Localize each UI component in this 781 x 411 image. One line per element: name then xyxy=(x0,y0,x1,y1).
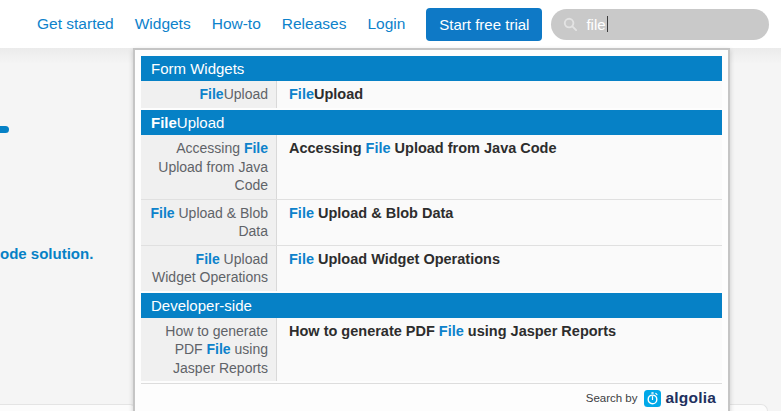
result-category-cell: File Upload & Blob Data xyxy=(141,200,277,245)
nav-link-get-started[interactable]: Get started xyxy=(37,15,114,33)
nav-link-how-to[interactable]: How-to xyxy=(212,15,261,33)
start-free-trial-button[interactable]: Start free trial xyxy=(426,8,542,41)
text-caret xyxy=(607,16,609,32)
search-result-row[interactable]: File Upload Widget OperationsFile Upload… xyxy=(141,245,722,291)
result-text-segment: Upload from Java Code xyxy=(158,159,268,194)
result-text-segment: How to generate PDF xyxy=(289,323,439,339)
result-text-segment: File xyxy=(289,86,314,102)
result-text-segment: Accessing xyxy=(176,140,244,156)
result-text-segment: File xyxy=(439,323,464,339)
algolia-stopwatch-icon xyxy=(644,390,661,407)
search-by-label: Search by xyxy=(586,392,638,404)
result-text-segment: File xyxy=(196,251,220,267)
result-text-segment: File xyxy=(151,114,177,131)
background-heading-fragment xyxy=(0,126,9,133)
search-result-row[interactable]: FileUploadFileUpload xyxy=(141,81,722,108)
result-title-cell: Accessing File Upload from Java Code xyxy=(277,135,722,199)
section-header: Form Widgets xyxy=(141,56,722,81)
algolia-link[interactable]: algolia xyxy=(644,389,717,407)
background-card xyxy=(0,404,137,411)
algolia-wordmark: algolia xyxy=(666,389,717,407)
result-text-segment: Upload xyxy=(224,86,268,102)
result-category-cell: File Upload Widget Operations xyxy=(141,246,277,291)
search-input[interactable]: file xyxy=(551,9,769,40)
background-partial-text: ode solution. xyxy=(0,245,93,262)
result-text-segment: File xyxy=(207,341,231,357)
dropdown-footer: Search by algolia xyxy=(141,383,722,411)
result-title-cell: How to generate PDF File using Jasper Re… xyxy=(277,318,722,382)
result-title-cell: FileUpload xyxy=(277,81,722,108)
top-navigation-bar: Get started Widgets How-to Releases Logi… xyxy=(0,0,781,48)
result-text-segment: Developer-side xyxy=(151,297,252,314)
result-category-cell: FileUpload xyxy=(141,81,277,108)
result-text-segment: Upload & Blob Data xyxy=(314,205,453,221)
search-result-row[interactable]: Accessing File Upload from Java CodeAcce… xyxy=(141,135,722,199)
nav-link-releases[interactable]: Releases xyxy=(282,15,347,33)
result-text-segment: Upload xyxy=(177,114,225,131)
section-header: Developer-side xyxy=(141,293,722,318)
result-text-segment: File xyxy=(289,251,314,267)
result-text-segment: File xyxy=(200,86,224,102)
search-result-row[interactable]: How to generate PDF File using Jasper Re… xyxy=(141,318,722,382)
search-results-dropdown: Form WidgetsFileUploadFileUploadFileUplo… xyxy=(133,48,730,411)
nav-link-login[interactable]: Login xyxy=(367,15,405,33)
search-icon xyxy=(563,17,578,32)
result-text-segment: File xyxy=(289,205,314,221)
result-text-segment: Form Widgets xyxy=(151,60,244,77)
section-header: FileUpload xyxy=(141,110,722,135)
result-text-segment: Upload from Java Code xyxy=(391,140,557,156)
search-query-text: file xyxy=(586,16,605,33)
result-category-cell: Accessing File Upload from Java Code xyxy=(141,135,277,199)
result-text-segment: File xyxy=(244,140,268,156)
nav-link-widgets[interactable]: Widgets xyxy=(135,15,191,33)
result-title-cell: File Upload & Blob Data xyxy=(277,200,722,245)
result-title-cell: File Upload Widget Operations xyxy=(277,246,722,291)
result-text-segment: using Jasper Reports xyxy=(464,323,616,339)
dropdown-sections: Form WidgetsFileUploadFileUploadFileUplo… xyxy=(141,56,722,381)
result-text-segment: Upload xyxy=(314,86,363,102)
result-text-segment: Upload & Blob Data xyxy=(175,205,268,240)
result-text-segment: File xyxy=(150,205,174,221)
result-text-segment: Upload Widget Operations xyxy=(314,251,500,267)
result-text-segment: File xyxy=(366,140,391,156)
result-text-segment: Accessing xyxy=(289,140,366,156)
result-category-cell: How to generate PDF File using Jasper Re… xyxy=(141,318,277,382)
search-result-row[interactable]: File Upload & Blob DataFile Upload & Blo… xyxy=(141,199,722,245)
